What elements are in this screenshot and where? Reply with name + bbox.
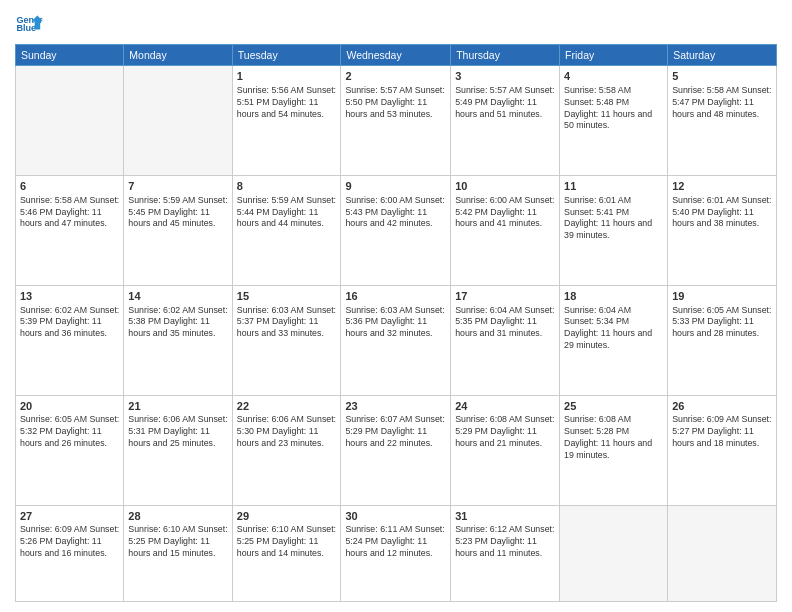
- page: General Blue SundayMondayTuesdayWednesda…: [0, 0, 792, 612]
- day-info: Sunrise: 5:58 AM Sunset: 5:46 PM Dayligh…: [20, 195, 119, 231]
- day-number: 2: [345, 69, 446, 84]
- day-number: 23: [345, 399, 446, 414]
- day-cell: [124, 66, 232, 176]
- day-cell: 8Sunrise: 5:59 AM Sunset: 5:44 PM Daylig…: [232, 175, 341, 285]
- svg-text:Blue: Blue: [16, 23, 36, 33]
- day-cell: 17Sunrise: 6:04 AM Sunset: 5:35 PM Dayli…: [451, 285, 560, 395]
- day-info: Sunrise: 6:05 AM Sunset: 5:32 PM Dayligh…: [20, 414, 119, 450]
- day-cell: 7Sunrise: 5:59 AM Sunset: 5:45 PM Daylig…: [124, 175, 232, 285]
- day-info: Sunrise: 5:59 AM Sunset: 5:45 PM Dayligh…: [128, 195, 227, 231]
- day-number: 24: [455, 399, 555, 414]
- day-cell: 28Sunrise: 6:10 AM Sunset: 5:25 PM Dayli…: [124, 505, 232, 602]
- day-cell: 1Sunrise: 5:56 AM Sunset: 5:51 PM Daylig…: [232, 66, 341, 176]
- day-number: 13: [20, 289, 119, 304]
- day-info: Sunrise: 6:06 AM Sunset: 5:31 PM Dayligh…: [128, 414, 227, 450]
- day-info: Sunrise: 6:05 AM Sunset: 5:33 PM Dayligh…: [672, 305, 772, 341]
- col-header-sunday: Sunday: [16, 45, 124, 66]
- week-row-3: 13Sunrise: 6:02 AM Sunset: 5:39 PM Dayli…: [16, 285, 777, 395]
- day-number: 10: [455, 179, 555, 194]
- day-info: Sunrise: 5:57 AM Sunset: 5:49 PM Dayligh…: [455, 85, 555, 121]
- day-info: Sunrise: 6:02 AM Sunset: 5:39 PM Dayligh…: [20, 305, 119, 341]
- day-cell: [560, 505, 668, 602]
- day-info: Sunrise: 6:03 AM Sunset: 5:36 PM Dayligh…: [345, 305, 446, 341]
- day-info: Sunrise: 6:04 AM Sunset: 5:35 PM Dayligh…: [455, 305, 555, 341]
- day-cell: 20Sunrise: 6:05 AM Sunset: 5:32 PM Dayli…: [16, 395, 124, 505]
- day-number: 5: [672, 69, 772, 84]
- day-number: 28: [128, 509, 227, 524]
- day-info: Sunrise: 6:02 AM Sunset: 5:38 PM Dayligh…: [128, 305, 227, 341]
- day-cell: 4Sunrise: 5:58 AM Sunset: 5:48 PM Daylig…: [560, 66, 668, 176]
- day-cell: 15Sunrise: 6:03 AM Sunset: 5:37 PM Dayli…: [232, 285, 341, 395]
- day-cell: 14Sunrise: 6:02 AM Sunset: 5:38 PM Dayli…: [124, 285, 232, 395]
- week-row-5: 27Sunrise: 6:09 AM Sunset: 5:26 PM Dayli…: [16, 505, 777, 602]
- day-cell: 2Sunrise: 5:57 AM Sunset: 5:50 PM Daylig…: [341, 66, 451, 176]
- day-info: Sunrise: 6:01 AM Sunset: 5:41 PM Dayligh…: [564, 195, 663, 243]
- week-row-1: 1Sunrise: 5:56 AM Sunset: 5:51 PM Daylig…: [16, 66, 777, 176]
- day-cell: 24Sunrise: 6:08 AM Sunset: 5:29 PM Dayli…: [451, 395, 560, 505]
- day-cell: 18Sunrise: 6:04 AM Sunset: 5:34 PM Dayli…: [560, 285, 668, 395]
- day-number: 9: [345, 179, 446, 194]
- day-number: 29: [237, 509, 337, 524]
- day-cell: 30Sunrise: 6:11 AM Sunset: 5:24 PM Dayli…: [341, 505, 451, 602]
- day-info: Sunrise: 5:58 AM Sunset: 5:48 PM Dayligh…: [564, 85, 663, 133]
- day-number: 3: [455, 69, 555, 84]
- header: General Blue: [15, 10, 777, 38]
- day-cell: 23Sunrise: 6:07 AM Sunset: 5:29 PM Dayli…: [341, 395, 451, 505]
- day-cell: 29Sunrise: 6:10 AM Sunset: 5:25 PM Dayli…: [232, 505, 341, 602]
- day-number: 21: [128, 399, 227, 414]
- day-number: 26: [672, 399, 772, 414]
- day-cell: 27Sunrise: 6:09 AM Sunset: 5:26 PM Dayli…: [16, 505, 124, 602]
- day-number: 11: [564, 179, 663, 194]
- calendar-table: SundayMondayTuesdayWednesdayThursdayFrid…: [15, 44, 777, 602]
- day-number: 19: [672, 289, 772, 304]
- col-header-saturday: Saturday: [668, 45, 777, 66]
- day-number: 12: [672, 179, 772, 194]
- day-number: 22: [237, 399, 337, 414]
- day-info: Sunrise: 6:00 AM Sunset: 5:43 PM Dayligh…: [345, 195, 446, 231]
- day-number: 6: [20, 179, 119, 194]
- day-info: Sunrise: 6:11 AM Sunset: 5:24 PM Dayligh…: [345, 524, 446, 560]
- day-number: 14: [128, 289, 227, 304]
- day-cell: 3Sunrise: 5:57 AM Sunset: 5:49 PM Daylig…: [451, 66, 560, 176]
- day-cell: 25Sunrise: 6:08 AM Sunset: 5:28 PM Dayli…: [560, 395, 668, 505]
- day-cell: 16Sunrise: 6:03 AM Sunset: 5:36 PM Dayli…: [341, 285, 451, 395]
- week-row-2: 6Sunrise: 5:58 AM Sunset: 5:46 PM Daylig…: [16, 175, 777, 285]
- calendar-header-row: SundayMondayTuesdayWednesdayThursdayFrid…: [16, 45, 777, 66]
- day-number: 27: [20, 509, 119, 524]
- col-header-tuesday: Tuesday: [232, 45, 341, 66]
- day-info: Sunrise: 5:56 AM Sunset: 5:51 PM Dayligh…: [237, 85, 337, 121]
- day-info: Sunrise: 5:57 AM Sunset: 5:50 PM Dayligh…: [345, 85, 446, 121]
- day-info: Sunrise: 6:00 AM Sunset: 5:42 PM Dayligh…: [455, 195, 555, 231]
- day-cell: 19Sunrise: 6:05 AM Sunset: 5:33 PM Dayli…: [668, 285, 777, 395]
- day-info: Sunrise: 6:10 AM Sunset: 5:25 PM Dayligh…: [237, 524, 337, 560]
- day-cell: [16, 66, 124, 176]
- col-header-friday: Friday: [560, 45, 668, 66]
- day-info: Sunrise: 6:03 AM Sunset: 5:37 PM Dayligh…: [237, 305, 337, 341]
- day-number: 15: [237, 289, 337, 304]
- day-info: Sunrise: 6:04 AM Sunset: 5:34 PM Dayligh…: [564, 305, 663, 353]
- day-cell: 5Sunrise: 5:58 AM Sunset: 5:47 PM Daylig…: [668, 66, 777, 176]
- day-number: 17: [455, 289, 555, 304]
- day-number: 1: [237, 69, 337, 84]
- day-cell: 9Sunrise: 6:00 AM Sunset: 5:43 PM Daylig…: [341, 175, 451, 285]
- day-cell: 11Sunrise: 6:01 AM Sunset: 5:41 PM Dayli…: [560, 175, 668, 285]
- day-number: 31: [455, 509, 555, 524]
- day-number: 18: [564, 289, 663, 304]
- col-header-wednesday: Wednesday: [341, 45, 451, 66]
- day-info: Sunrise: 6:09 AM Sunset: 5:26 PM Dayligh…: [20, 524, 119, 560]
- day-info: Sunrise: 5:59 AM Sunset: 5:44 PM Dayligh…: [237, 195, 337, 231]
- logo: General Blue: [15, 10, 47, 38]
- col-header-thursday: Thursday: [451, 45, 560, 66]
- day-info: Sunrise: 6:06 AM Sunset: 5:30 PM Dayligh…: [237, 414, 337, 450]
- day-info: Sunrise: 6:08 AM Sunset: 5:29 PM Dayligh…: [455, 414, 555, 450]
- day-number: 30: [345, 509, 446, 524]
- day-cell: 10Sunrise: 6:00 AM Sunset: 5:42 PM Dayli…: [451, 175, 560, 285]
- day-number: 7: [128, 179, 227, 194]
- day-number: 20: [20, 399, 119, 414]
- day-number: 8: [237, 179, 337, 194]
- day-number: 25: [564, 399, 663, 414]
- day-cell: 21Sunrise: 6:06 AM Sunset: 5:31 PM Dayli…: [124, 395, 232, 505]
- day-cell: 26Sunrise: 6:09 AM Sunset: 5:27 PM Dayli…: [668, 395, 777, 505]
- day-info: Sunrise: 6:01 AM Sunset: 5:40 PM Dayligh…: [672, 195, 772, 231]
- day-cell: [668, 505, 777, 602]
